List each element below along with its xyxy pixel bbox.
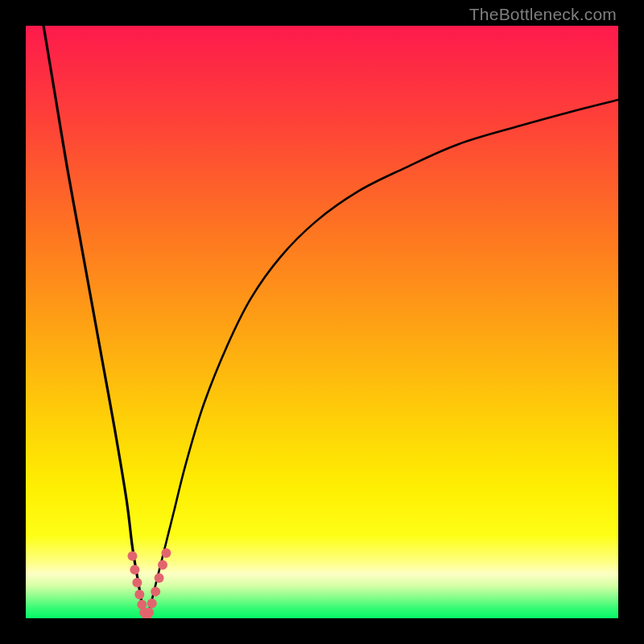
plot-area (26, 26, 618, 618)
outer-frame: TheBottleneck.com (0, 0, 644, 644)
valley-marker (134, 590, 144, 600)
curve-right-branch (146, 100, 618, 618)
valley-marker-group (127, 548, 171, 618)
valley-marker (158, 560, 167, 570)
valley-marker (132, 578, 142, 588)
valley-marker (155, 573, 164, 583)
chart-curves (26, 26, 618, 618)
valley-marker (151, 587, 160, 597)
valley-marker (144, 608, 154, 617)
valley-marker (161, 548, 171, 558)
valley-marker (147, 599, 157, 609)
valley-marker (127, 551, 137, 561)
watermark-text: TheBottleneck.com (469, 5, 617, 24)
curve-left-branch (43, 26, 146, 618)
valley-marker (130, 565, 139, 575)
